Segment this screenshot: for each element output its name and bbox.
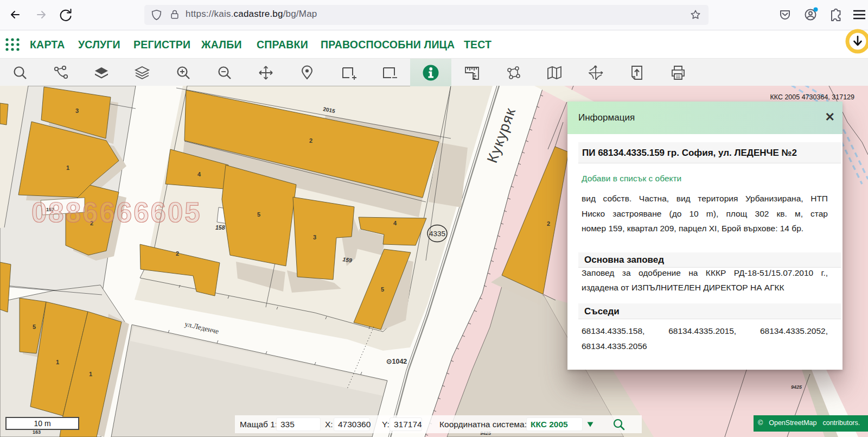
svg-text:1: 1: [56, 359, 59, 365]
svg-text:2: 2: [309, 137, 312, 144]
svg-text:3: 3: [75, 107, 79, 114]
svg-text:5: 5: [381, 286, 384, 293]
svg-text:4335: 4335: [429, 230, 445, 238]
svg-text:158: 158: [215, 224, 225, 231]
svg-text:⊙1042: ⊙1042: [386, 358, 407, 365]
svg-text:ККС 2005 4730364, 317129: ККС 2005 4730364, 317129: [770, 93, 854, 101]
svg-text:4: 4: [393, 220, 397, 226]
svg-text:1: 1: [89, 371, 92, 377]
svg-text:163: 163: [33, 429, 41, 435]
svg-text:1: 1: [66, 164, 69, 171]
svg-text:3: 3: [313, 234, 316, 240]
svg-text:2: 2: [176, 250, 179, 257]
svg-text:5: 5: [257, 211, 260, 218]
svg-text:9425: 9425: [791, 384, 802, 390]
svg-text:2: 2: [547, 220, 550, 227]
svg-text:0886666605: 0886666605: [31, 197, 202, 228]
svg-text:4: 4: [197, 171, 201, 178]
svg-text:5: 5: [33, 324, 36, 330]
